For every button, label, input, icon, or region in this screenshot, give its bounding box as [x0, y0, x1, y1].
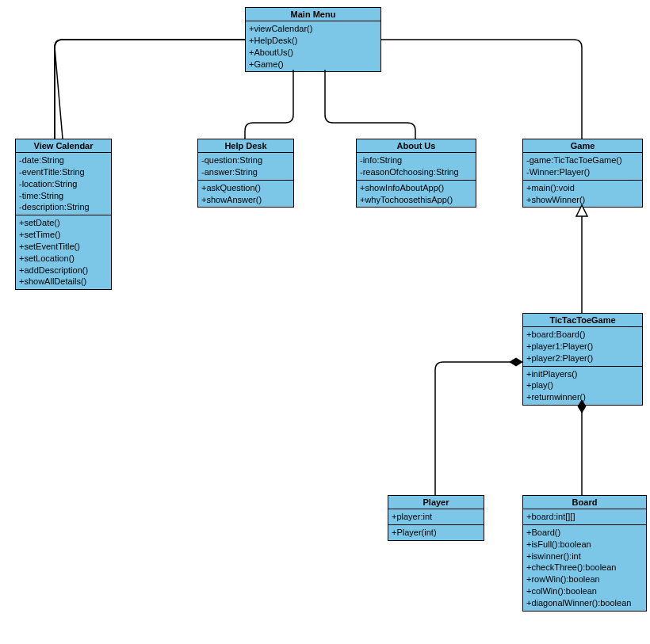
attr: -answer:String: [201, 166, 290, 178]
class-title: Game: [523, 139, 642, 153]
method: +setTime(): [19, 229, 108, 241]
class-methods: +Board() +isFull():boolean +iswinner():i…: [523, 525, 646, 611]
class-methods: +main():void +showWinner(): [523, 181, 642, 208]
class-attrs: -question:String -answer:String: [198, 153, 293, 181]
method: +diagonalWinner():boolean: [526, 597, 643, 609]
connector-tictactoe-player: [435, 362, 513, 495]
attr: -date:String: [19, 154, 108, 166]
composition-diamond-icon: [510, 358, 522, 366]
class-attrs: -game:TicTacToeGame() -Winner:Player(): [523, 153, 642, 181]
method: +setLocation(): [19, 253, 108, 265]
class-title: TicTacToeGame: [523, 314, 642, 327]
attr: -reasonOfchoosing:String: [360, 166, 472, 178]
class-attrs: +player:int: [388, 509, 484, 525]
attr: +player:int: [392, 511, 480, 523]
method: +rowWin():boolean: [526, 574, 643, 585]
class-title: Board: [523, 496, 646, 509]
class-tic-tac-toe-game: TicTacToeGame +board:Board() +player1:Pl…: [522, 313, 643, 406]
connector-mainmenu-viewcalendar: [55, 40, 245, 139]
attr: -game:TicTacToeGame(): [526, 154, 639, 166]
method: +askQuestion(): [201, 182, 290, 194]
class-about-us: About Us -info:String -reasonOfchoosing:…: [356, 139, 476, 208]
method: +colWin():boolean: [526, 585, 643, 597]
class-game: Game -game:TicTacToeGame() -Winner:Playe…: [522, 139, 643, 208]
attr: +board:int[][]: [526, 511, 643, 523]
method: +checkThree():boolean: [526, 562, 643, 574]
method: +setDate(): [19, 217, 108, 229]
method: +showAllDetails(): [19, 276, 108, 288]
method: +Game(): [249, 59, 377, 70]
attr: +board:Board(): [526, 329, 639, 341]
method: +viewCalendar(): [249, 23, 377, 35]
class-attrs: +board:Board() +player1:Player() +player…: [523, 327, 642, 367]
method: +initPlayers(): [526, 368, 639, 380]
class-attrs: -date:String -eventTitle:String -locatio…: [16, 153, 111, 215]
connector-mainmenu-aboutus: [325, 70, 415, 139]
method: +addDescription(): [19, 265, 108, 276]
class-attrs: +board:int[][]: [523, 509, 646, 525]
class-main-menu: Main Menu +viewCalendar() +HelpDesk() +A…: [245, 7, 381, 72]
class-methods: +viewCalendar() +HelpDesk() +AboutUs() +…: [246, 21, 380, 71]
attr: -info:String: [360, 154, 472, 166]
method: +showAnswer(): [201, 194, 290, 206]
method: +returnwinner(): [526, 391, 639, 403]
attr: -time:String: [19, 190, 108, 202]
class-methods: +initPlayers() +play() +returnwinner(): [523, 367, 642, 406]
method: +AboutUs(): [249, 47, 377, 59]
class-title: About Us: [357, 139, 476, 153]
attr: +player2:Player(): [526, 352, 639, 364]
method: +play(): [526, 379, 639, 391]
method: +iswinner():int: [526, 551, 643, 562]
connector-mainmenu-helpdesk: [245, 70, 293, 139]
attr: -description:String: [19, 201, 108, 213]
method: +showWinner(): [526, 194, 639, 206]
method: +showInfoAboutApp(): [360, 182, 472, 194]
connector-mainmenu-game: [380, 40, 582, 139]
attr: +player1:Player(): [526, 341, 639, 352]
class-methods: +Player(int): [388, 525, 484, 540]
method: +Player(int): [392, 527, 480, 539]
class-view-calendar: View Calendar -date:String -eventTitle:S…: [15, 139, 112, 290]
class-title: View Calendar: [16, 139, 111, 153]
class-title: Main Menu: [246, 8, 380, 21]
method: +isFull():boolean: [526, 539, 643, 551]
method: +Board(): [526, 527, 643, 539]
class-methods: +setDate() +setTime() +setEventTitle() +…: [16, 215, 111, 289]
method: +main():void: [526, 182, 639, 194]
attr: -eventTitle:String: [19, 166, 108, 178]
class-title: Player: [388, 496, 484, 509]
class-player: Player +player:int +Player(int): [388, 495, 484, 541]
attr: -Winner:Player(): [526, 166, 639, 178]
class-title: Help Desk: [198, 139, 293, 153]
class-methods: +showInfoAboutApp() +whyTochoosethisApp(…: [357, 181, 476, 208]
attr: -question:String: [201, 154, 290, 166]
method: +whyTochoosethisApp(): [360, 194, 472, 206]
class-methods: +askQuestion() +showAnswer(): [198, 181, 293, 208]
method: +setEventTitle(): [19, 241, 108, 253]
attr: -location:String: [19, 178, 108, 190]
class-help-desk: Help Desk -question:String -answer:Strin…: [197, 139, 294, 208]
class-board: Board +board:int[][] +Board() +isFull():…: [522, 495, 647, 612]
method: +HelpDesk(): [249, 35, 377, 47]
class-attrs: -info:String -reasonOfchoosing:String: [357, 153, 476, 181]
